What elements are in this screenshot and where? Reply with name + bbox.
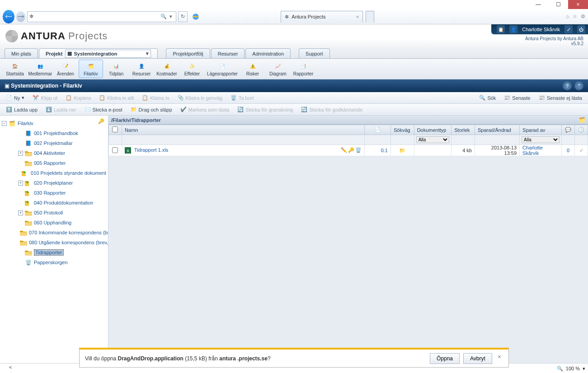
tab-projekt[interactable]: Projekt ▦ Systemintegration ▾: [39, 48, 158, 58]
new-tab-button[interactable]: [366, 11, 374, 23]
ribbon-resurser[interactable]: 👤Resurser: [129, 60, 154, 78]
tree-item-label[interactable]: 005 Rapporter: [34, 160, 66, 166]
saved-by-link[interactable]: Charlotte Skårvik: [522, 145, 543, 156]
ribbon-tidplan[interactable]: 📊Tidplan: [104, 60, 128, 78]
ribbon-lagesrapporter[interactable]: 📄Lägesrapporter: [205, 60, 240, 78]
project-selector[interactable]: ▦ Systemintegration ▾: [65, 50, 151, 58]
filter-sparad-av[interactable]: Alla: [522, 136, 560, 143]
tree-item-label[interactable]: 010 Projektets styrande dokument: [31, 170, 106, 176]
tab-administration[interactable]: Administration: [245, 48, 291, 58]
tab-support[interactable]: Support: [299, 48, 330, 58]
tree-item[interactable]: Tidrapporter: [2, 247, 106, 257]
ribbon-kostnader[interactable]: 💰Kostnader: [155, 60, 179, 78]
collapse-button[interactable]: ⌃: [574, 81, 583, 90]
tree-item-label[interactable]: 070 Inkommande korrespondens (bre: [29, 230, 108, 235]
favorites-icon[interactable]: ☆: [573, 14, 577, 19]
col-version[interactable]: 📄: [365, 125, 391, 135]
col-namn[interactable]: Namn: [122, 125, 364, 135]
tree-item-label[interactable]: 080 Utgående korrespondens (brev, f: [29, 240, 108, 245]
nav-back-button[interactable]: 🡐: [3, 10, 14, 23]
address-dropdown[interactable]: ▾: [168, 14, 174, 19]
tree-item[interactable]: +050 Protokoll: [2, 208, 106, 218]
collapse-icon[interactable]: −: [2, 121, 7, 126]
tree-item-label[interactable]: 050 Protokoll: [34, 210, 63, 215]
col-sokvag[interactable]: Sökväg: [390, 125, 414, 135]
filter-dokumenttyp[interactable]: Alla: [416, 136, 450, 143]
tree-item[interactable]: 📘001 Projekthandbok: [2, 128, 106, 138]
user-name[interactable]: Charlotte Skårvik: [522, 27, 560, 32]
ribbon-startsida[interactable]: 🏠Startsida: [3, 60, 27, 78]
tree-item[interactable]: +004 Aktiviteter: [2, 148, 106, 158]
open-button[interactable]: Öppna: [430, 353, 460, 364]
expand-icon[interactable]: +: [18, 210, 23, 215]
col-comments[interactable]: 💬: [562, 125, 575, 135]
tree-item-label[interactable]: Tidrapporter: [34, 249, 64, 256]
btn-ladda-upp[interactable]: ⬆️Ladda upp: [3, 105, 41, 114]
tools-icon[interactable]: ⚙: [581, 14, 585, 19]
btn-skicka-epost[interactable]: ✉️Skicka e-post: [81, 105, 126, 114]
tree-item-label[interactable]: 004 Aktiviteter: [34, 150, 65, 156]
expand-icon[interactable]: +: [18, 151, 23, 156]
tree-item[interactable]: ➤040 Produktdokumentation: [2, 198, 106, 208]
tree-item[interactable]: 📘002 Projektmallar: [2, 138, 106, 148]
clipboard-icon[interactable]: 📋: [497, 25, 505, 33]
tree-item[interactable]: ➤030 Rapporter: [2, 188, 106, 198]
home-icon[interactable]: ⌂: [566, 14, 569, 19]
btn-ny[interactable]: 📄Ny ▾: [3, 93, 28, 103]
tab-projektportfolj[interactable]: Projektportfölj: [166, 48, 210, 58]
browser-tab[interactable]: ✲ Antura Projects ×: [281, 11, 363, 23]
col-storlek[interactable]: Storlek: [452, 125, 475, 135]
window-close[interactable]: ×: [568, 0, 588, 9]
edit-icon[interactable]: ✏️: [341, 147, 347, 153]
nav-forward-button[interactable]: 🡒: [16, 11, 25, 22]
ribbon-medlemmar[interactable]: 👥Medlemmar: [28, 60, 52, 78]
logout-icon[interactable]: ⏻: [577, 25, 585, 33]
tree-item[interactable]: 🗑️Papperskorgen: [2, 257, 106, 267]
ribbon-effekter[interactable]: ✨Effekter: [180, 60, 204, 78]
ribbon-diagram[interactable]: 📈Diagram: [266, 60, 290, 78]
version-link[interactable]: 0.1: [381, 148, 388, 153]
ribbon-rapporter[interactable]: 📑Rapporter: [291, 60, 315, 78]
tree-item-label[interactable]: 002 Projektmallar: [34, 140, 73, 146]
key-icon[interactable]: 🔑: [98, 118, 104, 124]
col-sparad-av[interactable]: Sparad av: [520, 125, 562, 135]
tree-item[interactable]: 080 Utgående korrespondens (brev, f: [2, 238, 106, 247]
breadcrumb-action-icon[interactable]: 🗂️: [579, 117, 585, 123]
col-status[interactable]: 🕓: [575, 125, 588, 135]
tab-resurser[interactable]: Resurser: [211, 48, 245, 58]
file-link[interactable]: Tidrapport 1.xls: [134, 147, 168, 153]
folder-tree[interactable]: 🔑 − 🗂️ Filarkiv 📘001 Projekthandbok📘002 …: [0, 116, 108, 363]
tree-item-label[interactable]: Papperskorgen: [34, 260, 68, 265]
tab-min-plats[interactable]: Min plats: [5, 48, 38, 58]
trash-icon[interactable]: 🗑️: [355, 147, 362, 153]
tree-item[interactable]: 060 Upphandling: [2, 218, 106, 228]
select-all-checkbox[interactable]: [112, 126, 118, 132]
address-bar[interactable]: ✲ 🔍 ▾: [27, 11, 176, 22]
zoom-dropdown[interactable]: ▾: [583, 366, 585, 372]
tree-item-label[interactable]: 030 Rapporter: [34, 190, 66, 196]
tree-root[interactable]: − 🗂️ Filarkiv: [2, 118, 106, 128]
close-icon[interactable]: ×: [496, 353, 503, 364]
row-checkbox[interactable]: [112, 147, 118, 153]
btn-senaste-ej[interactable]: 📰Senaste ej lästa: [536, 93, 585, 103]
btn-drag-slapp[interactable]: 📁Drag och släpp: [127, 105, 175, 114]
btn-sok[interactable]: 🔍Sök: [476, 93, 499, 103]
comments-count[interactable]: 0: [567, 148, 569, 153]
window-minimize[interactable]: —: [528, 0, 548, 9]
expand-icon[interactable]: +: [18, 181, 23, 186]
tree-item-label[interactable]: 060 Upphandling: [34, 220, 71, 225]
ribbon-risker[interactable]: ⚠️Risker: [240, 60, 265, 78]
tree-item[interactable]: +➤020 Projektplaner: [2, 178, 106, 188]
tree-item-label[interactable]: 040 Produktdokumentation: [34, 200, 93, 205]
table-row[interactable]: X Tidrapport 1.xls ✏️ 🔑 🗑️ 0.1 📁: [109, 145, 588, 156]
col-sparad[interactable]: Sparad/Ändrad: [475, 125, 519, 135]
tab-close[interactable]: ×: [356, 14, 359, 19]
path-icon[interactable]: 📁: [399, 148, 405, 153]
tree-item-label[interactable]: 001 Projekthandbok: [34, 131, 78, 136]
cancel-button[interactable]: Avbryt: [463, 353, 492, 364]
ribbon-filarkiv[interactable]: 🗂️Filarkiv: [79, 60, 103, 78]
help-button[interactable]: ?: [563, 81, 572, 90]
user-menu-icon[interactable]: ⤢: [564, 25, 573, 33]
refresh-button[interactable]: ↻: [178, 11, 188, 22]
tree-item-label[interactable]: 020 Projektplaner: [34, 180, 73, 186]
